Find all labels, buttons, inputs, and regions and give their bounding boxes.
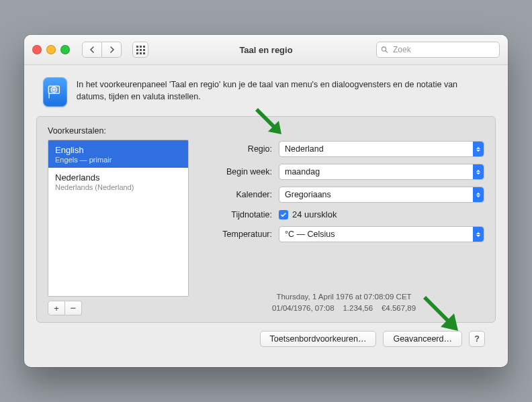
svg-rect-2 xyxy=(143,46,145,48)
prefpane-icon xyxy=(43,77,67,107)
forward-button[interactable] xyxy=(102,42,122,58)
nav-button-group xyxy=(82,42,122,58)
first-day-label: Begin week: xyxy=(204,167,272,177)
svg-rect-0 xyxy=(136,46,138,48)
region-select[interactable]: Nederland xyxy=(279,141,484,157)
temperature-select[interactable]: °C — Celsius xyxy=(279,226,484,242)
advanced-button[interactable]: Geavanceerd… xyxy=(383,331,462,347)
row-region: Regio: Nederland xyxy=(204,141,484,157)
svg-rect-7 xyxy=(140,52,142,54)
temperature-label: Temperatuur: xyxy=(204,230,272,239)
search-icon xyxy=(381,46,388,54)
minimize-window-button[interactable] xyxy=(46,45,56,54)
globe-flag-icon xyxy=(46,83,64,101)
language-item-nederlands[interactable]: Nederlands Nederlands (Nederland) xyxy=(48,168,188,195)
language-item-english[interactable]: English Engels — primair xyxy=(48,140,188,168)
intro-text: In het voorkeurenpaneel 'Taal en regio' … xyxy=(77,79,489,107)
stepper-icon xyxy=(473,227,484,242)
time-format-checkbox[interactable]: 24 uursklok xyxy=(279,209,337,219)
remove-language-button[interactable]: − xyxy=(65,301,82,315)
chevron-right-icon xyxy=(109,46,115,53)
row-time-format: Tijdnotatie: 24 uursklok xyxy=(204,209,484,219)
svg-line-10 xyxy=(386,51,388,53)
languages-column: Voorkeurstalen: English Engels — primair… xyxy=(48,126,189,315)
stepper-icon xyxy=(473,164,484,179)
languages-list[interactable]: English Engels — primair Nederlands Nede… xyxy=(48,140,189,297)
close-window-button[interactable] xyxy=(32,45,42,54)
format-sample-line1: Thursday, 1 April 1976 at 07:08:09 CET xyxy=(204,291,484,303)
language-name: Nederlands xyxy=(55,172,181,183)
row-temperature: Temperatuur: °C — Celsius xyxy=(204,226,484,242)
language-sub: Nederlands (Nederland) xyxy=(55,183,181,191)
add-language-button[interactable]: + xyxy=(48,301,65,315)
window-controls xyxy=(32,45,70,54)
temperature-value: °C — Celsius xyxy=(285,230,335,239)
stepper-icon xyxy=(473,142,484,156)
region-settings-column: Regio: Nederland Begin week: maandag Kal… xyxy=(204,126,484,315)
svg-rect-3 xyxy=(136,49,138,51)
language-name: English xyxy=(55,145,181,155)
toolbar: Taal en regio xyxy=(24,35,508,65)
calendar-label: Kalender: xyxy=(204,190,272,199)
calendar-value: Gregoriaans xyxy=(285,190,331,199)
language-sub: Engels — primair xyxy=(55,156,181,164)
checkbox-checked-icon xyxy=(279,210,288,219)
svg-rect-8 xyxy=(143,52,145,54)
chevron-left-icon xyxy=(89,46,95,53)
settings-panel: Voorkeurstalen: English Engels — primair… xyxy=(36,116,496,323)
help-button[interactable]: ? xyxy=(469,331,485,347)
zoom-window-button[interactable] xyxy=(60,45,70,54)
time-format-label: Tijdnotatie: xyxy=(204,210,272,219)
show-all-button[interactable] xyxy=(132,42,148,58)
row-calendar: Kalender: Gregoriaans xyxy=(204,187,484,203)
region-value: Nederland xyxy=(285,144,324,154)
svg-rect-6 xyxy=(136,52,138,54)
grid-icon xyxy=(136,46,145,54)
first-day-select[interactable]: maandag xyxy=(279,164,484,180)
stepper-icon xyxy=(473,187,484,202)
svg-rect-1 xyxy=(140,46,142,48)
keyboard-preferences-button[interactable]: Toetsenbordvoorkeuren… xyxy=(260,331,377,347)
svg-point-9 xyxy=(382,47,386,51)
window-body: In het voorkeurenpaneel 'Taal en regio' … xyxy=(24,65,508,367)
back-button[interactable] xyxy=(82,42,102,58)
footer: Toetsenbordvoorkeuren… Geavanceerd… ? xyxy=(36,323,496,358)
format-sample-line2: 01/04/1976, 07:08 1.234,56 €4.567,89 xyxy=(204,303,484,314)
row-first-day: Begin week: maandag xyxy=(204,164,484,180)
languages-label: Voorkeurstalen: xyxy=(48,126,189,136)
calendar-select[interactable]: Gregoriaans xyxy=(279,187,484,203)
region-label: Regio: xyxy=(204,144,272,154)
svg-rect-5 xyxy=(143,49,145,51)
intro-row: In het voorkeurenpaneel 'Taal en regio' … xyxy=(36,74,496,116)
first-day-value: maandag xyxy=(285,167,320,177)
search-field[interactable] xyxy=(376,42,500,58)
search-input[interactable] xyxy=(392,44,495,55)
svg-rect-4 xyxy=(140,49,142,51)
window: Taal en regio In het voorkeurenpaneel 'T… xyxy=(24,35,508,367)
time-format-value: 24 uursklok xyxy=(292,209,337,219)
languages-add-remove: + − xyxy=(48,301,189,315)
format-sample: Thursday, 1 April 1976 at 07:08:09 CET 0… xyxy=(204,291,484,316)
